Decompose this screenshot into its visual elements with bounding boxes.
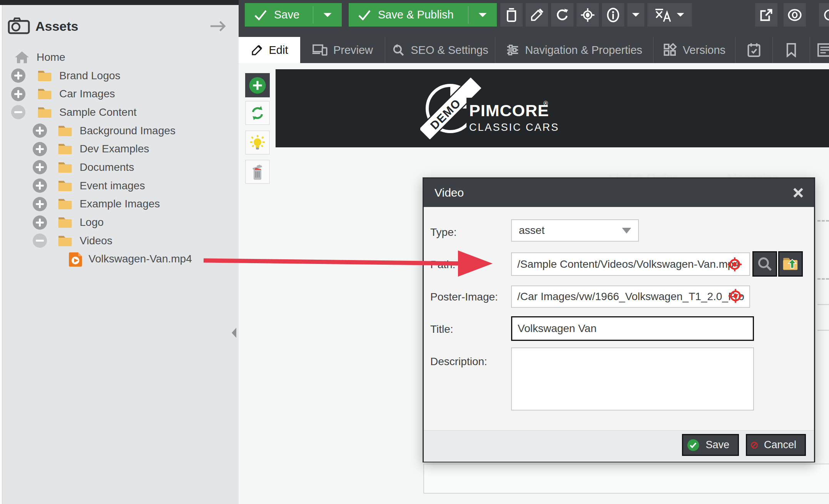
tree-item-car-images[interactable]: Car Images: [0, 85, 239, 103]
tab-preview[interactable]: Preview: [300, 37, 385, 63]
tab-notes[interactable]: [810, 37, 829, 63]
dialog-cancel-label: Cancel: [764, 439, 796, 451]
rename-button[interactable]: [526, 3, 548, 27]
save-button[interactable]: Save: [245, 3, 342, 27]
refresh-button[interactable]: [245, 101, 270, 125]
tree-label: Volkswagen-Van.mp4: [89, 253, 192, 265]
tree-item-background-images[interactable]: Background Images: [0, 122, 239, 140]
preview-eye-button[interactable]: [784, 3, 806, 27]
splitter-collapse-icon[interactable]: [232, 328, 236, 338]
tab-versions[interactable]: Versions: [653, 37, 735, 63]
tab-nav-props-label: Navigation & Properties: [525, 44, 642, 57]
tree-item-brand-logos[interactable]: Brand Logos: [0, 67, 239, 85]
tab-seo-settings[interactable]: SEO & Settings: [385, 37, 495, 63]
title-input[interactable]: [511, 316, 754, 341]
expand-plus-icon[interactable]: [11, 87, 25, 101]
schedule-icon: [747, 43, 761, 57]
lightbulb-icon: [249, 134, 266, 152]
reload-button[interactable]: [551, 3, 573, 27]
assets-panel-title: Assets: [35, 19, 79, 34]
save-publish-button-label: Save & Publish: [378, 8, 454, 21]
folder-icon: [57, 161, 73, 174]
tree-label: Event images: [80, 180, 145, 192]
tab-versions-label: Versions: [683, 44, 725, 57]
tab-schedule[interactable]: [735, 37, 772, 63]
dialog-cancel-button[interactable]: Cancel: [746, 434, 806, 456]
tree-item-documents[interactable]: Documents: [0, 158, 239, 177]
title-label: Title:: [430, 323, 453, 335]
video-dialog-header[interactable]: Video: [424, 179, 814, 207]
trash-icon: [249, 163, 266, 181]
hint-button[interactable]: [245, 130, 270, 155]
open-button[interactable]: [755, 3, 777, 27]
editable-area-line: [817, 304, 829, 305]
tree-item-event-images[interactable]: Event images: [0, 177, 239, 195]
video-dialog-title: Video: [435, 186, 464, 199]
expand-plus-icon[interactable]: [33, 179, 47, 193]
poster-target-icon[interactable]: [728, 288, 743, 304]
pencil-icon: [251, 44, 263, 56]
expand-plus-icon[interactable]: [33, 215, 47, 230]
folder-icon: [57, 125, 73, 137]
select-caret-icon: [622, 228, 631, 234]
video-dialog: Video Type: asset Path: Poster-Image: Ti…: [423, 177, 815, 462]
poster-image-input[interactable]: [511, 285, 750, 308]
home-icon: [14, 50, 30, 64]
folder-icon: [57, 198, 73, 210]
tab-bookmark[interactable]: [772, 37, 810, 63]
asset-tree: Home Brand Logos Car Images Sample Conte…: [0, 48, 239, 268]
tree-label: Logo: [80, 216, 104, 229]
info-button[interactable]: [602, 3, 624, 27]
check-circle-icon: [687, 438, 699, 452]
tree-item-dev-examples[interactable]: Dev Examples: [0, 140, 239, 158]
dialog-save-button[interactable]: Save: [682, 434, 739, 456]
folder-icon: [37, 88, 52, 100]
save-publish-dropdown-caret[interactable]: [468, 12, 497, 18]
collapse-minus-icon[interactable]: [11, 105, 25, 119]
expand-plus-icon[interactable]: [33, 123, 47, 138]
path-upload-button[interactable]: [778, 251, 803, 277]
delete-button[interactable]: [500, 3, 523, 27]
tree-label: Car Images: [59, 88, 115, 100]
add-block-button[interactable]: [245, 73, 270, 97]
more-toolbar-button[interactable]: [819, 3, 829, 27]
tree-item-sample-content[interactable]: Sample Content: [0, 103, 239, 122]
type-select[interactable]: asset: [511, 219, 639, 242]
pimcore-classic-cars-logo: DEMO PIMCORE ® CLASSIC CARS: [420, 78, 567, 139]
edit-tab-bar: Edit Preview SEO & Settings Navigation &…: [239, 37, 829, 63]
path-search-button[interactable]: [752, 251, 777, 277]
expand-plus-icon[interactable]: [33, 197, 47, 211]
tree-item-logo[interactable]: Logo: [0, 213, 239, 232]
collapse-minus-icon[interactable]: [33, 234, 47, 248]
devices-icon: [312, 44, 328, 56]
plus-circle-icon: [249, 77, 266, 94]
path-input[interactable]: [511, 252, 750, 276]
type-select-value: asset: [519, 224, 545, 237]
tab-navigation-properties[interactable]: Navigation & Properties: [495, 37, 653, 63]
assets-panel-header[interactable]: Assets: [0, 5, 239, 43]
expand-plus-icon[interactable]: [33, 160, 47, 174]
tree-item-home[interactable]: Home: [0, 48, 239, 67]
page-header-preview: DEMO PIMCORE ® CLASSIC CARS Find & Order…: [276, 69, 829, 147]
video-dialog-footer: Save Cancel: [424, 430, 814, 462]
folder-icon: [57, 180, 73, 192]
path-target-icon[interactable]: [727, 257, 742, 272]
clear-content-button[interactable]: [245, 160, 270, 184]
assets-panel: Assets Home Brand Logos Car Ima: [0, 0, 239, 504]
tree-item-videos[interactable]: Videos: [0, 232, 239, 250]
folder-icon: [57, 216, 73, 229]
tree-item-volkswagen-van-mp4[interactable]: Volkswagen-Van.mp4: [0, 250, 239, 269]
save-dropdown-caret[interactable]: [313, 12, 342, 18]
tab-edit[interactable]: Edit: [239, 37, 300, 63]
info-dropdown-caret[interactable]: [627, 3, 644, 27]
tree-item-example-images[interactable]: Example Images: [0, 195, 239, 214]
close-icon[interactable]: [792, 187, 804, 199]
folder-icon: [57, 235, 73, 247]
locate-in-tree-button[interactable]: [577, 3, 599, 27]
translate-button[interactable]: [647, 3, 692, 27]
save-publish-button[interactable]: Save & Publish: [349, 3, 497, 27]
description-textarea[interactable]: [511, 347, 754, 411]
arrow-right-icon[interactable]: [210, 20, 227, 32]
expand-plus-icon[interactable]: [11, 68, 25, 83]
expand-plus-icon[interactable]: [33, 142, 47, 156]
